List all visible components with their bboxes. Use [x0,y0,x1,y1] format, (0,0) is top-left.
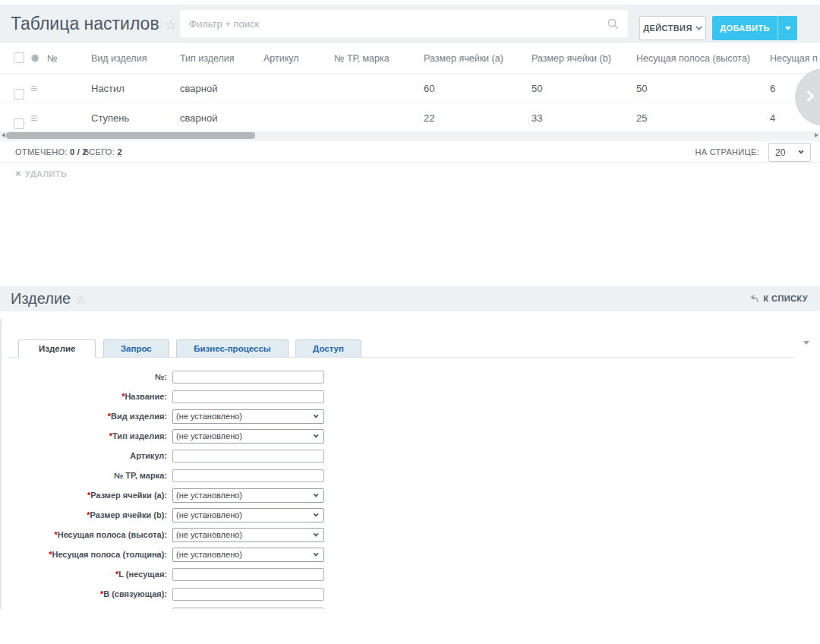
select-value: (не установлено) [176,550,242,559]
cell-vid: Ступень [91,103,129,133]
column-header-tip[interactable]: Тип изделия [180,43,235,74]
select-value: (не установлено) [176,510,242,519]
field-num-input[interactable] [172,371,324,384]
select-value: (не установлено) [176,431,242,440]
field-tip-select[interactable]: (не установлено) [172,429,324,444]
actions-button-label: ДЕЙСТВИЯ [643,24,692,33]
grid-settings-gear-icon[interactable] [30,53,40,65]
column-header-articul[interactable]: Артикул [263,43,299,74]
chevron-down-icon [314,531,319,536]
per-page-select[interactable]: 20 [768,143,811,162]
row-checkbox[interactable] [14,118,24,129]
field-cell-b-select[interactable]: (не установлено) [172,508,324,522]
caret-down-icon [785,27,791,30]
row-menu-icon[interactable]: ≡ [30,103,37,133]
field-cell-a-select[interactable]: (не установлено) [172,488,324,503]
return-arrow-icon [749,295,758,303]
row-menu-icon[interactable]: ≡ [30,74,37,103]
cell-tip: сварной [180,103,217,133]
table-header: № Вид изделия Тип изделия Артикул № ТР, … [0,43,820,74]
list-toolbar: Таблица настилов☆ ДЕЙСТВИЯ ДОБАВИТЬ [0,5,820,43]
form-row: №: [2,367,820,387]
form-row: *Вид изделия: (не установлено) [2,406,820,426]
scrollbar-left-arrow-icon[interactable] [2,133,5,137]
field-label: *L (несущая: [2,570,172,579]
field-b-input[interactable] [172,588,324,601]
total-value[interactable]: 2 [117,147,121,157]
field-strip-height-select[interactable]: (не установлено) [172,528,324,542]
tab-dostup[interactable]: Доступ [295,339,361,357]
form-row: № ТР, марка: [2,466,820,485]
select-value: (не установлено) [176,491,242,500]
favorite-star-icon[interactable]: ☆ [75,293,85,306]
tab-zapros[interactable]: Запрос [103,339,169,357]
form-row: Артикул: [2,446,820,466]
column-header-num[interactable]: № [47,43,57,74]
detail-tabs: Изделие Запрос Бизнес-процессы Доступ [8,339,794,358]
favorite-star-icon[interactable]: ☆ [165,17,177,33]
cell-last: 6 [770,74,775,103]
total-counter: ВСЕГО: 2 [84,141,122,163]
chevron-down-icon [314,432,319,437]
cell-a: 22 [424,103,434,133]
cell-h: 50 [636,74,647,103]
checked-label: ОТМЕЧЕНО: [15,147,68,156]
row-checkbox[interactable] [14,89,24,99]
field-tr-marka-input[interactable] [172,469,324,482]
back-to-list-link[interactable]: К СПИСКУ [749,286,808,311]
search-icon[interactable] [607,18,619,33]
chevron-down-icon [314,412,319,418]
detail-title: Изделие☆ [11,286,86,311]
page: Таблица настилов☆ ДЕЙСТВИЯ ДОБАВИТЬ № Ви… [0,0,820,644]
form-row: *Название: [2,387,820,406]
field-label: *Тип изделия: [2,431,172,440]
delete-action-label: УДАЛИТЬ [25,169,67,178]
form-settings-caret-icon[interactable] [803,341,809,345]
field-label: № ТР, марка: [2,471,172,480]
column-header-strip-truncated[interactable]: Несущая п [770,43,818,74]
form-row: *Размер ячейки (a): (не установлено) [2,485,820,505]
table-row[interactable]: ≡ Настил сварной 60 50 50 6 [0,74,820,103]
field-vid-select[interactable]: (не установлено) [172,409,324,424]
chevron-right-icon [803,90,815,103]
scrollbar-thumb[interactable] [6,132,255,139]
page-title-text: Таблица настилов [11,14,159,33]
field-label: *Несущая полоса (высота): [2,530,172,539]
field-name-input[interactable] [172,390,324,403]
form-row [2,604,820,609]
form-row: *Несущая полоса (высота): (не установлен… [2,525,820,545]
table-row[interactable]: ≡ Ступень сварной 22 33 25 4 [0,103,820,133]
horizontal-scrollbar[interactable] [0,131,820,140]
actions-button[interactable]: ДЕЙСТВИЯ [639,16,706,40]
scrollbar-right-arrow-icon[interactable] [815,133,818,137]
column-header-tr[interactable]: № ТР, марка [334,43,390,74]
field-articul-input[interactable] [172,450,324,462]
filter-search-input[interactable] [180,10,628,37]
tab-business-processes[interactable]: Бизнес-процессы [176,339,288,357]
select-value: (не установлено) [176,412,242,421]
cell-last: 4 [770,103,775,133]
per-page-label: НА СТРАНИЦЕ: [695,141,759,163]
back-to-list-label: К СПИСКУ [763,286,808,311]
form-row: *B (связующая): [2,584,820,604]
column-header-vid[interactable]: Вид изделия [91,43,147,74]
field-strip-thickness-select[interactable]: (не установлено) [172,548,324,562]
checked-counter: ОТМЕЧЕНО: 0 / 2 [15,141,87,163]
column-header-strip-height[interactable]: Несущая полоса (высота) [636,43,750,74]
chevron-down-icon [314,491,319,497]
chevron-down-icon [314,551,319,556]
select-all-checkbox[interactable] [14,52,24,63]
field-partial-input[interactable] [172,608,324,610]
detail-form: №: *Название: *Вид изделия: (не установл… [2,358,820,609]
add-button[interactable]: ДОБАВИТЬ [712,16,797,40]
add-button-label: ДОБАВИТЬ [712,24,777,33]
delete-action-button[interactable]: ×УДАЛИТЬ [15,168,67,179]
field-l-input[interactable] [172,568,324,581]
form-row: *Тип изделия: (не установлено) [2,426,820,446]
add-button-dropdown[interactable] [777,16,797,40]
column-header-cell-b[interactable]: Размер ячейки (b) [531,43,611,74]
column-header-cell-a[interactable]: Размер ячейки (a) [424,43,503,74]
tab-izdelie[interactable]: Изделие [18,339,96,358]
total-label: ВСЕГО: [84,147,115,156]
form-row: *L (несущая: [2,564,820,584]
